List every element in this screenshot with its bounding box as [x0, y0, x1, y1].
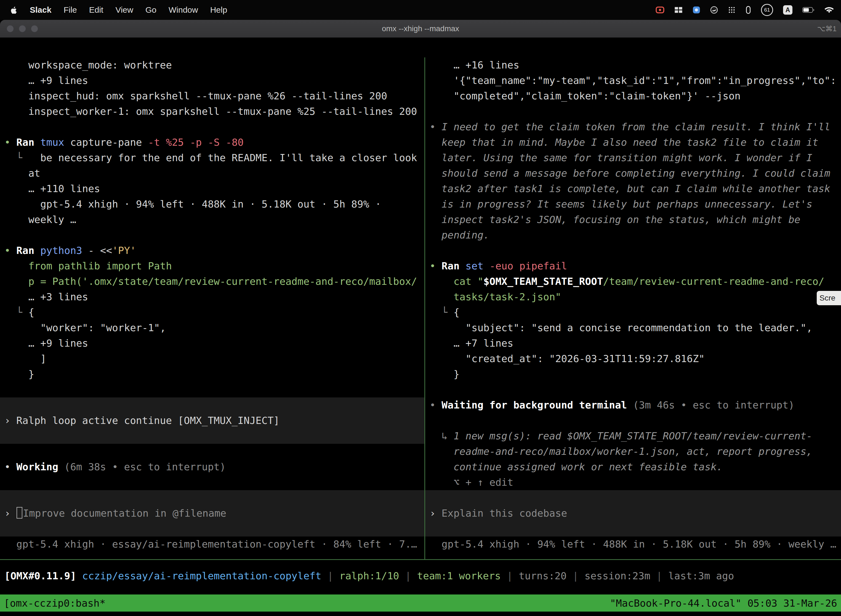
model-status-line: gpt-5.4 xhigh · 94% left · 488K in · 5.1… — [425, 537, 841, 552]
terminal-line — [425, 104, 841, 119]
screen: Slack File Edit View Go Window Help — [0, 0, 841, 616]
wifi-icon[interactable] — [825, 6, 834, 13]
menu-edit[interactable]: Edit — [89, 5, 104, 15]
ran-command: • Ran python3 - <<'PY' — [0, 243, 424, 258]
composer-input[interactable]: › Explain this codebase — [425, 506, 841, 521]
terminal-line — [0, 521, 424, 537]
apple-menu-icon[interactable] — [9, 6, 18, 14]
battery-icon[interactable] — [802, 7, 815, 13]
menu-bar: Slack File Edit View Go Window Help — [0, 0, 841, 20]
terminal-window: omx --xhigh --madmax ⌥⌘1 workspace_mode:… — [0, 20, 841, 616]
working-status: • Working (6m 38s • esc to interrupt) — [0, 459, 424, 475]
terminal-line: at — [0, 166, 424, 181]
terminal-line: pending. — [425, 227, 841, 243]
window-titlebar[interactable]: omx --xhigh --madmax ⌥⌘1 — [0, 20, 841, 38]
reasoning-text: • I need to get the claim token from the… — [425, 119, 841, 135]
terminal-line: gpt-5.4 xhigh · 94% left · 488K in · 5.1… — [0, 197, 424, 212]
terminal-line — [0, 475, 424, 490]
blue-app-icon[interactable] — [693, 6, 700, 14]
terminal-line: workspace_mode: worktree — [0, 57, 424, 73]
terminal-line: later. Using the same for transition mig… — [425, 150, 841, 166]
terminal-line: '{"team_name":"my-team","task_id":"1","f… — [425, 73, 841, 88]
menu-view[interactable]: View — [115, 5, 133, 15]
menu-go[interactable]: Go — [145, 5, 157, 15]
input-source-icon[interactable]: A — [783, 5, 793, 15]
terminal-line: weekly … — [0, 212, 424, 227]
tmux-session-info[interactable]: [omx-cczip0:bash* — [4, 597, 105, 609]
terminal-line: … +16 lines — [425, 57, 841, 73]
terminal-line: … +9 lines — [0, 73, 424, 88]
omx-hud-status: [OMX#0.11.9] cczip/essay/ai-reimplementa… — [0, 568, 841, 584]
terminal-line: should send a message before completing … — [425, 166, 841, 181]
terminal-line: … +7 lines — [425, 336, 841, 351]
terminal-line — [0, 119, 424, 135]
terminal-line — [425, 243, 841, 258]
terminal-line — [425, 413, 841, 428]
terminal-line: inspect_worker-1: omx sparkshell --tmux-… — [0, 104, 424, 119]
menu-help[interactable]: Help — [210, 5, 227, 15]
tmux-pane-right[interactable]: … +16 lines '{"team_name":"my-team","tas… — [425, 57, 841, 552]
terminal-line: ] — [0, 351, 424, 367]
dots-grid-icon[interactable] — [728, 6, 736, 14]
terminal-line: … +3 lines — [0, 289, 424, 305]
terminal-line — [0, 227, 424, 243]
composer-input[interactable]: › Improve documentation in @filename — [0, 506, 424, 521]
password-manager-icon[interactable] — [746, 6, 751, 14]
mailbox-notice: ↳ 1 new msg(s): read $OMX_TEAM_STATE_ROO… — [425, 428, 841, 444]
menu-window[interactable]: Window — [168, 5, 198, 15]
terminal-line: } — [425, 367, 841, 382]
terminal-line: └ be necessary for the end of the README… — [0, 150, 424, 166]
terminal-line: inspect task2's JSON, focusing on the st… — [425, 212, 841, 227]
terminal-line: keep that in mind. Maybe I also need the… — [425, 135, 841, 150]
battery-percentage-badge[interactable]: 61 — [761, 4, 773, 16]
tmux-pane-left[interactable]: workspace_mode: worktree … +9 lines insp… — [0, 57, 424, 552]
terminal-line: from pathlib import Path — [0, 258, 424, 274]
terminal-line: "worker": "worker-1", — [0, 320, 424, 336]
menu-bar-status-icons: 61 A — [656, 4, 841, 16]
text-cursor — [16, 507, 22, 519]
terminal-line: is in progress? It seems likely but perh… — [425, 197, 841, 212]
terminal-line: … +9 lines — [0, 336, 424, 351]
terminal-line — [0, 397, 424, 413]
terminal-content: workspace_mode: worktree … +9 lines insp… — [0, 38, 841, 616]
terminal-line — [425, 521, 841, 537]
app-menu-title[interactable]: Slack — [30, 5, 51, 15]
terminal-line: "completed","claim_token":"claim-token"}… — [425, 88, 841, 104]
terminal-line — [425, 382, 841, 397]
terminal-line: └ { — [425, 305, 841, 320]
terminal-line: … +110 lines — [0, 181, 424, 197]
menu-bar-left: Slack File Edit View Go Window Help — [0, 5, 227, 15]
model-status-line: gpt-5.4 xhigh · essay/ai-reimplementatio… — [0, 537, 424, 552]
screenshot-notification[interactable]: Scre — [817, 291, 841, 305]
terminal-line: "subject": "send a concise recommendatio… — [425, 320, 841, 336]
terminal-line — [0, 382, 424, 397]
tmux-host-clock: "MacBook-Pro-44.local" 05:03 31-Mar-26 — [610, 597, 837, 609]
terminal-line: └ { — [0, 305, 424, 320]
waiting-status: • Waiting for background terminal (3m 46… — [425, 397, 841, 413]
terminal-line: tasks/task-2.json" — [425, 289, 841, 305]
screen-recording-indicator-icon[interactable] — [656, 6, 664, 13]
menu-file[interactable]: File — [63, 5, 77, 15]
terminal-line: cat "$OMX_TEAM_STATE_ROOT/team/review-cu… — [425, 274, 841, 289]
terminal-line — [425, 490, 841, 506]
terminal-line — [0, 428, 424, 444]
ran-command: • Ran tmux capture-pane -t %25 -p -S -80 — [0, 135, 424, 150]
terminal-line: inspect_hud: omx sparkshell --tmux-pane … — [0, 88, 424, 104]
window-shortcut-hint: ⌥⌘1 — [817, 20, 837, 38]
terminal-line: p = Path('.omx/state/team/review-current… — [0, 274, 424, 289]
tmux-status-bar: [omx-cczip0:bash* "MacBook-Pro-44.local"… — [0, 594, 841, 612]
terminal-line — [0, 490, 424, 506]
browser-app-icon[interactable] — [710, 6, 718, 14]
terminal-line: readme-and-reco/mailbox/worker-1.json, a… — [425, 444, 841, 459]
edit-hint: ⌥ + ↑ edit — [425, 475, 841, 490]
terminal-line: "created_at": "2026-03-31T11:59:27.816Z" — [425, 351, 841, 367]
window-title: omx --xhigh --madmax — [0, 20, 841, 38]
terminal-line: } — [0, 367, 424, 382]
terminal-line — [0, 444, 424, 459]
terminal-line: continue assigned work or next feasible … — [425, 459, 841, 475]
window-grid-icon[interactable] — [674, 7, 683, 13]
ran-command: • Ran set -euo pipefail — [425, 258, 841, 274]
terminal-line: task2 after task1 is complete, but can I… — [425, 181, 841, 197]
queued-message: › Ralph loop active continue [OMX_TMUX_I… — [0, 413, 424, 428]
